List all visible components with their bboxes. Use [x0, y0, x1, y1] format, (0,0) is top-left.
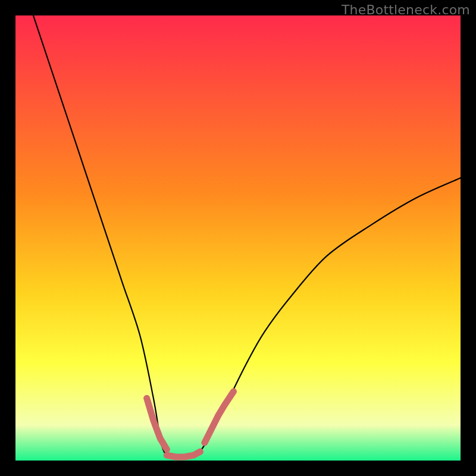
chart-svg	[15, 15, 461, 461]
chart-frame: TheBottleneck.com	[0, 0, 476, 476]
gradient-background	[15, 15, 461, 461]
watermark-text: TheBottleneck.com	[342, 2, 470, 17]
plot-area	[15, 15, 461, 461]
